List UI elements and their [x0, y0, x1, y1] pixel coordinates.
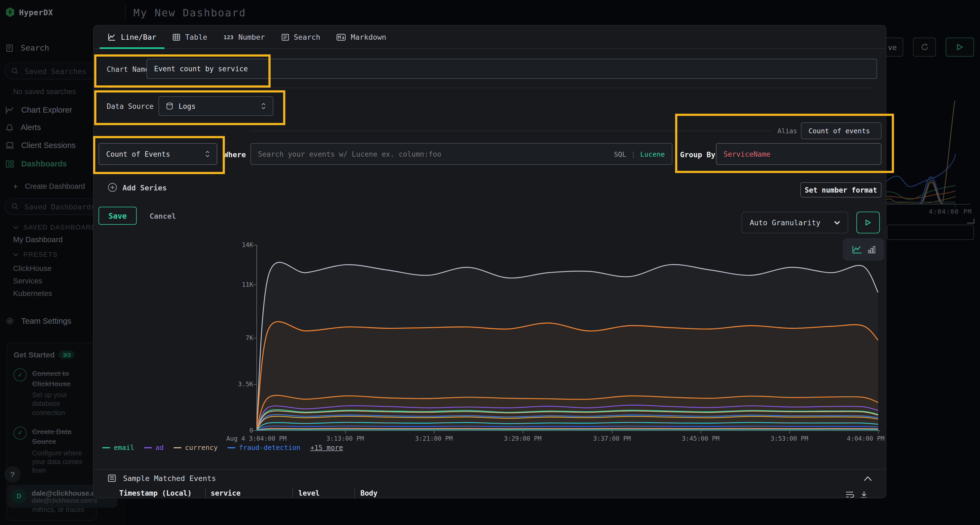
- bg-save-label: ve: [888, 43, 897, 51]
- tab-search[interactable]: Search: [273, 25, 329, 48]
- legend-swatch: [144, 447, 152, 448]
- column-separator[interactable]: [355, 488, 355, 498]
- create-dashboard-button[interactable]: + Create Dashboard: [13, 182, 85, 191]
- legend-label: ad: [156, 443, 164, 452]
- column-header-timestamp[interactable]: Timestamp (Local): [119, 489, 192, 497]
- sidebar-item-alerts[interactable]: Alerts: [5, 123, 41, 132]
- collapse-chevron-up-icon[interactable]: [864, 476, 872, 482]
- chevron-down-icon: [13, 253, 19, 256]
- granularity-select[interactable]: Auto Granularity: [741, 212, 848, 233]
- legend-item[interactable]: ad: [144, 443, 164, 452]
- panel-resize-handle[interactable]: [967, 219, 975, 224]
- y-tick-label: 14K: [230, 241, 253, 249]
- toggle-divider: |: [631, 150, 635, 158]
- 123-icon: 123: [223, 34, 233, 40]
- column-header-service[interactable]: service: [211, 489, 241, 497]
- legend-swatch: [173, 447, 181, 448]
- help-button[interactable]: ?: [4, 466, 21, 482]
- add-series-button[interactable]: Add Series: [108, 183, 167, 192]
- sidebar-item-label: Team Settings: [21, 317, 71, 325]
- where-input[interactable]: [250, 143, 672, 165]
- sidebar-item-kubernetes[interactable]: Kubernetes: [13, 289, 52, 298]
- sidebar-item-team-settings[interactable]: Team Settings: [5, 317, 71, 325]
- column-header-body[interactable]: Body: [360, 489, 377, 497]
- tab-number[interactable]: 123 Number: [215, 25, 273, 48]
- sidebar-item-chart-explorer[interactable]: Chart Explorer: [5, 106, 72, 114]
- sql-option[interactable]: SQL: [614, 150, 626, 158]
- get-started-step[interactable]: ✓ Create Data Source Configure where you…: [14, 427, 90, 476]
- sidebar-item-my-dashboard[interactable]: My Dashboard: [13, 235, 63, 244]
- lucene-option[interactable]: Lucene: [640, 150, 665, 158]
- laptop-icon: [5, 141, 14, 149]
- run-query-button[interactable]: [856, 212, 880, 233]
- aggregation-value: Count of Events: [106, 150, 170, 158]
- sample-events-title: Sample Matched Events: [123, 474, 216, 482]
- sidebar-item-services[interactable]: Services: [13, 276, 42, 285]
- x-tick-label: 3:53:00 PM: [771, 435, 808, 442]
- column-separator[interactable]: [205, 488, 206, 498]
- sidebar-item-client-sessions[interactable]: Client Sessions: [5, 141, 76, 150]
- column-header-level[interactable]: level: [298, 489, 320, 497]
- search-icon: [11, 203, 19, 210]
- legend-swatch: [102, 447, 110, 448]
- x-tick-label: 3:37:00 PM: [593, 435, 631, 442]
- chart-name-label: Chart Name: [107, 65, 150, 73]
- chart-legend: email ad currency fraud-detection +15 mo…: [102, 443, 343, 452]
- wrap-text-icon[interactable]: [846, 491, 854, 498]
- saved-dashboards-section[interactable]: SAVED DASHBOARDS: [13, 224, 101, 231]
- presets-section[interactable]: PRESETS: [13, 251, 58, 259]
- legend-label: currency: [185, 443, 218, 452]
- saved-searches-field[interactable]: [24, 66, 102, 76]
- legend-more-link[interactable]: +15 more: [310, 443, 343, 452]
- section-divider: [94, 469, 886, 469]
- where-label: Where: [224, 150, 246, 159]
- bg-refresh-button[interactable]: [913, 38, 936, 57]
- aggregation-select[interactable]: Count of Events: [99, 143, 217, 165]
- no-saved-searches-text: No saved searches: [13, 87, 76, 96]
- check-circle-icon: ✓: [14, 427, 27, 439]
- alias-input[interactable]: [801, 122, 881, 139]
- data-source-value: Logs: [178, 102, 196, 110]
- y-tick-label: 7K: [230, 334, 253, 342]
- y-tick-label: 11K: [230, 281, 253, 288]
- tab-line-bar[interactable]: Line/Bar: [100, 25, 164, 48]
- chart-name-input[interactable]: [146, 59, 877, 79]
- legend-item[interactable]: currency: [173, 443, 218, 452]
- tab-markdown[interactable]: Markdown: [329, 25, 395, 48]
- bg-run-button[interactable]: [946, 38, 974, 57]
- group-by-input[interactable]: [716, 143, 881, 165]
- column-separator[interactable]: [293, 488, 293, 498]
- sample-events-header[interactable]: Sample Matched Events: [108, 474, 216, 482]
- section-label: SAVED DASHBOARDS: [24, 224, 101, 231]
- section-label: PRESETS: [24, 251, 58, 259]
- saved-dashboards-field[interactable]: [24, 201, 102, 211]
- x-tick-label: 3:45:00 PM: [682, 435, 720, 442]
- get-started-step[interactable]: ✓ Connect to ClickHouse Set up your data…: [14, 368, 90, 417]
- save-button[interactable]: Save: [99, 207, 137, 225]
- sidebar-item-label: Search: [21, 43, 49, 52]
- user-org: dale@clickhouse.com's: [32, 497, 97, 503]
- sidebar-item-label: Chart Explorer: [21, 106, 72, 114]
- search-icon: [11, 67, 19, 75]
- set-number-format-button[interactable]: Set number format: [800, 182, 881, 197]
- cancel-button[interactable]: Cancel: [145, 207, 180, 225]
- x-tick-label: 3:13:00 PM: [326, 435, 364, 442]
- step-title: Create Data Source: [32, 428, 72, 446]
- main-chart[interactable]: [256, 245, 878, 430]
- chevron-down-icon: [13, 226, 19, 229]
- query-language-toggle[interactable]: SQL | Lucene: [614, 150, 665, 158]
- tab-table[interactable]: Table: [164, 25, 215, 48]
- tab-label: Number: [238, 33, 265, 41]
- y-tick-label: 0: [230, 427, 253, 434]
- sidebar-item-search[interactable]: Search: [5, 43, 49, 52]
- sidebar-item-dashboards[interactable]: Dashboards: [5, 159, 67, 168]
- legend-label: fraud-detection: [239, 443, 301, 452]
- x-tick-label: 3:21:00 PM: [415, 435, 453, 442]
- legend-item[interactable]: fraud-detection: [228, 443, 301, 452]
- download-icon[interactable]: [860, 491, 868, 498]
- sidebar-item-clickhouse[interactable]: ClickHouse: [13, 264, 52, 273]
- data-source-select[interactable]: Logs: [158, 96, 273, 116]
- page-title: My New Dashboard: [134, 6, 246, 19]
- brand-logo[interactable]: HyperDX: [5, 7, 53, 17]
- legend-item[interactable]: email: [102, 443, 134, 452]
